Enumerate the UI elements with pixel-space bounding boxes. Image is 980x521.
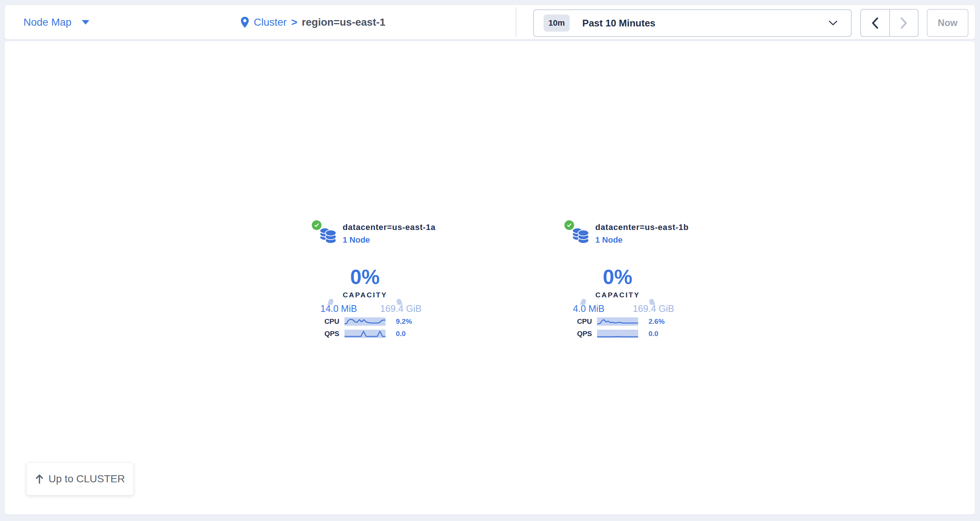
capacity-total: 169.4 GiB [380, 303, 422, 314]
metric-row-qps: QPS 0.0 [315, 329, 412, 338]
metric-value: 0.0 [396, 330, 406, 338]
chevron-down-icon [82, 20, 89, 25]
capacity-label: CAPACITY [305, 291, 425, 299]
time-nav-group [860, 9, 919, 37]
capacity-percent: 0% [305, 265, 425, 289]
breadcrumb: Cluster > region=us-east-1 [240, 5, 385, 39]
view-selector-label: Node Map [24, 16, 72, 28]
time-range-badge: 10m [544, 14, 570, 32]
database-stack-icon [319, 226, 337, 245]
locality-metrics: CPU 9.2% QPS 0.0 [315, 317, 412, 338]
view-selector-dropdown[interactable]: Node Map [24, 5, 89, 39]
now-button[interactable]: Now [927, 9, 969, 37]
locality-node-count-link[interactable]: 1 Node [343, 235, 370, 245]
capacity-percent: 0% [558, 265, 677, 289]
metric-row-cpu: CPU 9.2% [315, 317, 412, 326]
topbar-divider [515, 8, 516, 38]
metric-value: 9.2% [396, 317, 412, 326]
locality-node-count-link[interactable]: 1 Node [595, 235, 622, 245]
database-stack-icon [571, 226, 590, 245]
node-map-canvas: datacenter=us-east-1a 1 Node 0% CAPACITY… [5, 41, 975, 515]
capacity-range: 4.0 MiB 169.4 GiB [573, 303, 674, 314]
breadcrumb-separator: > [291, 16, 297, 28]
topbar: Node Map Cluster > region=us-east-1 10m … [5, 5, 975, 40]
capacity-label: CAPACITY [558, 291, 677, 299]
breadcrumb-current: region=us-east-1 [302, 16, 385, 28]
arrow-up-icon [35, 474, 44, 484]
qps-sparkline-chart [345, 330, 385, 338]
check-circle-icon [311, 219, 323, 231]
qps-sparkline-chart [597, 330, 638, 338]
metric-row-cpu: CPU 2.6% [567, 317, 665, 326]
time-prev-button[interactable] [861, 10, 889, 36]
metric-value: 0.0 [649, 330, 658, 338]
locality-card-us-east-1b[interactable]: datacenter=us-east-1b 1 Node 0% CAPACITY… [558, 218, 677, 344]
metric-value: 2.6% [649, 317, 665, 326]
up-button-label: Up to CLUSTER [48, 473, 125, 485]
locality-metrics: CPU 2.6% QPS 0.0 [567, 317, 665, 338]
chevron-right-icon [900, 17, 907, 29]
chevron-down-icon [829, 21, 837, 25]
cpu-sparkline-chart [597, 317, 638, 326]
time-range-label: Past 10 Minutes [582, 18, 655, 29]
chevron-left-icon [871, 17, 879, 29]
check-circle-icon [563, 219, 575, 231]
cpu-sparkline-chart [345, 317, 385, 326]
metric-label: CPU [567, 317, 592, 326]
metric-label: CPU [315, 317, 339, 326]
time-range-selector[interactable]: 10m Past 10 Minutes [533, 9, 852, 37]
metric-label: QPS [567, 330, 592, 338]
locality-name: datacenter=us-east-1a [343, 223, 436, 232]
capacity-used: 14.0 MiB [320, 303, 357, 314]
breadcrumb-cluster-link[interactable]: Cluster [254, 16, 287, 28]
locality-card-us-east-1a[interactable]: datacenter=us-east-1a 1 Node 0% CAPACITY… [305, 218, 425, 344]
metric-row-qps: QPS 0.0 [567, 329, 665, 338]
up-to-cluster-button[interactable]: Up to CLUSTER [26, 462, 134, 496]
capacity-range: 14.0 MiB 169.4 GiB [320, 303, 422, 314]
metric-label: QPS [315, 330, 339, 338]
capacity-used: 4.0 MiB [573, 303, 605, 314]
location-pin-icon [240, 16, 249, 28]
locality-name: datacenter=us-east-1b [595, 223, 689, 232]
capacity-total: 169.4 GiB [633, 303, 674, 314]
time-next-button[interactable] [889, 10, 918, 36]
